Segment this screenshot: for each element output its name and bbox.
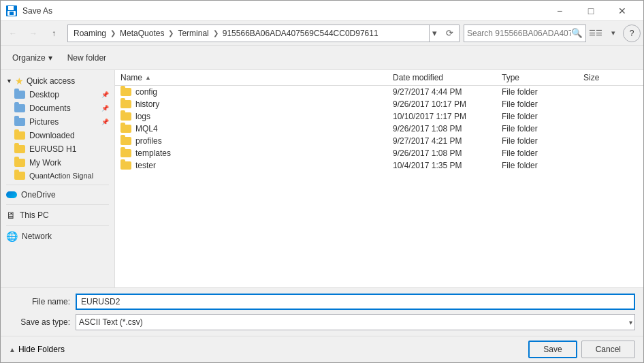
table-row[interactable]: tester 10/4/2017 1:35 PM File folder (115, 159, 643, 172)
row-type: File folder (502, 136, 583, 146)
table-row[interactable]: history 9/26/2017 10:17 PM File folder (115, 98, 643, 110)
action-bar: Organize ▾ New folder (1, 46, 643, 70)
minimize-button[interactable]: − (544, 1, 575, 21)
sidebar-item-network[interactable]: 🌐 Network (1, 229, 114, 244)
row-date: 9/26/2017 1:08 PM (393, 124, 502, 133)
file-name-label: File name: (9, 297, 70, 306)
path-segment-id[interactable]: 915566BA06ADA407569C544CC0D97611 (220, 27, 381, 40)
search-input[interactable] (467, 29, 571, 38)
path-segment-terminal[interactable]: Terminal (175, 27, 211, 40)
sidebar-item-documents-label: Documents (29, 104, 71, 113)
documents-folder-icon (14, 104, 25, 112)
sidebar-item-documents[interactable]: Documents 📌 (1, 101, 114, 115)
maximize-button[interactable]: □ (575, 1, 607, 21)
hide-folders-row[interactable]: ▲ Hide Folders (9, 345, 524, 354)
address-bar[interactable]: Roaming ❯ MetaQuotes ❯ Terminal ❯ 915566… (67, 25, 460, 42)
path-arrow-3: ❯ (213, 29, 219, 37)
title-bar: Save As − □ ✕ (1, 1, 643, 21)
organize-button[interactable]: Organize ▾ (6, 49, 59, 67)
file-name-row: File name: (9, 294, 635, 310)
sidebar-item-downloaded-label: Downloaded (29, 131, 75, 140)
path-segment-metaquotes[interactable]: MetaQuotes (117, 27, 167, 40)
column-date[interactable]: Date modified (393, 73, 502, 82)
row-name: history (135, 99, 159, 109)
save-button[interactable]: Save (528, 341, 577, 358)
quick-access-label: Quick access (27, 76, 75, 86)
back-button[interactable]: ← (3, 25, 22, 42)
row-type: File folder (502, 148, 583, 158)
sidebar: ▼ ★ Quick access Desktop 📌 Documents 📌 P… (1, 70, 115, 287)
sidebar-item-pictures-label: Pictures (29, 117, 59, 127)
view-dropdown-button[interactable]: ▾ (605, 25, 622, 42)
save-as-type-select[interactable]: ASCII Text (*.csv) (76, 314, 635, 330)
sidebar-item-onedrive[interactable]: OneDrive (1, 188, 114, 202)
cancel-button[interactable]: Cancel (581, 341, 635, 358)
row-type: File folder (502, 99, 583, 109)
help-button[interactable]: ? (623, 25, 641, 42)
view-toggle-button[interactable]: ☰☰ (587, 25, 604, 42)
sidebar-item-downloaded[interactable]: Downloaded (1, 129, 114, 142)
row-folder-icon (120, 125, 131, 133)
file-name-cell: history (120, 99, 393, 109)
table-row[interactable]: MQL4 9/26/2017 1:08 PM File folder (115, 123, 643, 135)
row-date: 10/10/2017 1:17 PM (393, 112, 502, 121)
row-type: File folder (502, 161, 583, 170)
sidebar-item-network-label: Network (22, 232, 52, 241)
new-folder-button[interactable]: New folder (61, 49, 112, 67)
up-button[interactable]: ↑ (44, 25, 63, 42)
quick-access-chevron: ▼ (6, 78, 12, 84)
table-row[interactable]: config 9/27/2017 4:44 PM File folder (115, 86, 643, 98)
bottom-bar: File name: Save as type: ASCII Text (*.c… (1, 287, 643, 336)
view-options: ☰☰ ▾ ? (587, 25, 641, 42)
row-type: File folder (502, 87, 583, 97)
quick-access-star: ★ (15, 76, 24, 86)
row-name: profiles (135, 136, 162, 146)
column-type[interactable]: Type (502, 73, 583, 82)
sidebar-item-desktop-label: Desktop (29, 90, 59, 99)
row-folder-icon (120, 112, 131, 121)
path-arrow-2: ❯ (168, 29, 174, 37)
save-as-dialog: Save As − □ ✕ ← → ↑ Roaming ❯ MetaQuotes… (0, 0, 644, 363)
sidebar-item-mywork-label: My Work (29, 158, 61, 168)
sidebar-section-quick-access[interactable]: ▼ ★ Quick access (1, 73, 114, 88)
forward-button[interactable]: → (24, 25, 43, 42)
table-row[interactable]: profiles 9/27/2017 4:21 PM File folder (115, 135, 643, 147)
svg-rect-1 (8, 6, 14, 10)
row-type: File folder (502, 112, 583, 121)
pin-icon-desktop: 📌 (101, 91, 109, 98)
column-name[interactable]: Name ▲ (120, 73, 393, 82)
row-date: 9/26/2017 1:08 PM (393, 148, 502, 158)
quantaction-folder-icon (14, 172, 25, 180)
table-row[interactable]: logs 10/10/2017 1:17 PM File folder (115, 110, 643, 123)
sidebar-item-thispc[interactable]: 🖥 This PC (1, 208, 114, 223)
save-as-type-wrapper: ASCII Text (*.csv) ▾ (76, 314, 635, 330)
row-folder-icon (120, 137, 131, 145)
hide-folders-label: Hide Folders (18, 345, 65, 354)
organize-label: Organize (12, 53, 46, 63)
sidebar-item-desktop[interactable]: Desktop 📌 (1, 88, 114, 101)
sidebar-item-my-work[interactable]: My Work (1, 156, 114, 170)
address-refresh-button[interactable]: ⟳ (442, 27, 456, 40)
mywork-folder-icon (14, 159, 25, 167)
sidebar-item-pictures[interactable]: Pictures 📌 (1, 115, 114, 129)
file-name-input[interactable] (76, 294, 635, 310)
sidebar-item-quantaction[interactable]: QuantAction Signal (1, 170, 114, 182)
file-name-cell: tester (120, 161, 393, 170)
search-button[interactable]: 🔍 (571, 28, 583, 38)
row-folder-icon (120, 100, 131, 108)
file-rows-container: config 9/27/2017 4:44 PM File folder his… (115, 86, 643, 172)
row-date: 9/27/2017 4:21 PM (393, 136, 502, 146)
search-box: 🔍 (464, 25, 586, 42)
sidebar-item-eurusd[interactable]: EURUSD H1 (1, 142, 114, 156)
row-folder-icon (120, 88, 131, 96)
file-name-cell: MQL4 (120, 124, 393, 133)
thispc-icon: 🖥 (6, 210, 16, 221)
address-dropdown-button[interactable]: ▾ (429, 25, 440, 42)
column-size[interactable]: Size (583, 73, 638, 82)
path-segment-roaming[interactable]: Roaming (71, 27, 109, 40)
onedrive-icon (6, 191, 17, 198)
close-button[interactable]: ✕ (607, 1, 638, 21)
row-folder-icon (120, 161, 131, 170)
file-name-cell: profiles (120, 136, 393, 146)
table-row[interactable]: templates 9/26/2017 1:08 PM File folder (115, 147, 643, 159)
